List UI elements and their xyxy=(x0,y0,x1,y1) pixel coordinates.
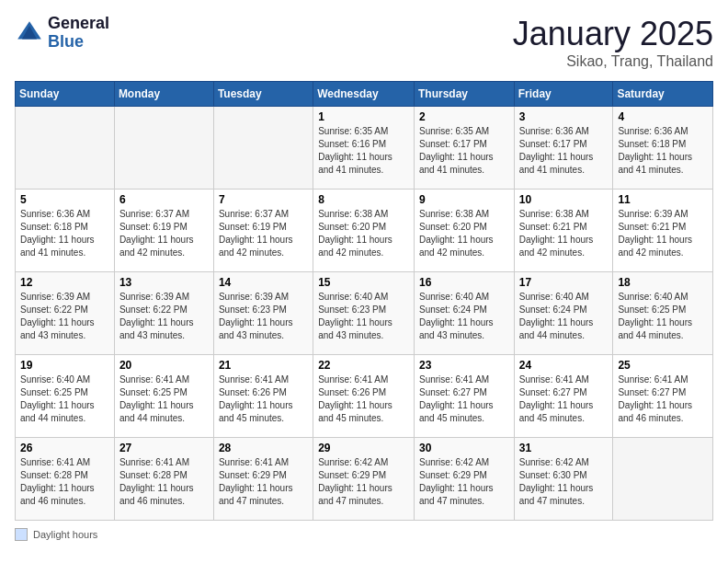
calendar-cell: 11Sunrise: 6:39 AM Sunset: 6:21 PM Dayli… xyxy=(613,190,713,272)
day-info: Sunrise: 6:39 AM Sunset: 6:21 PM Dayligh… xyxy=(618,208,708,259)
day-number: 25 xyxy=(618,359,708,372)
day-info: Sunrise: 6:37 AM Sunset: 6:19 PM Dayligh… xyxy=(219,208,308,259)
day-info: Sunrise: 6:41 AM Sunset: 6:26 PM Dayligh… xyxy=(318,373,409,425)
day-info: Sunrise: 6:40 AM Sunset: 6:23 PM Dayligh… xyxy=(318,291,409,342)
month-title: January 2025 xyxy=(513,15,713,53)
day-info: Sunrise: 6:40 AM Sunset: 6:25 PM Dayligh… xyxy=(20,373,109,425)
logo-general: General xyxy=(48,15,109,33)
day-number: 22 xyxy=(318,359,409,372)
calendar-cell: 13Sunrise: 6:39 AM Sunset: 6:22 PM Dayli… xyxy=(114,272,213,355)
day-number: 16 xyxy=(419,276,509,289)
calendar-cell: 14Sunrise: 6:39 AM Sunset: 6:23 PM Dayli… xyxy=(213,272,313,355)
calendar-cell: 31Sunrise: 6:42 AM Sunset: 6:30 PM Dayli… xyxy=(514,438,613,521)
day-info: Sunrise: 6:40 AM Sunset: 6:24 PM Dayligh… xyxy=(519,291,609,342)
day-number: 5 xyxy=(20,193,109,206)
day-info: Sunrise: 6:40 AM Sunset: 6:25 PM Dayligh… xyxy=(618,291,708,342)
day-info: Sunrise: 6:39 AM Sunset: 6:22 PM Dayligh… xyxy=(119,291,209,342)
day-info: Sunrise: 6:36 AM Sunset: 6:17 PM Dayligh… xyxy=(519,125,609,177)
calendar-cell: 29Sunrise: 6:42 AM Sunset: 6:29 PM Dayli… xyxy=(313,438,415,521)
day-info: Sunrise: 6:35 AM Sunset: 6:16 PM Dayligh… xyxy=(318,125,409,177)
day-info: Sunrise: 6:42 AM Sunset: 6:29 PM Dayligh… xyxy=(318,456,409,508)
column-header-friday: Friday xyxy=(514,82,613,107)
day-number: 27 xyxy=(119,442,209,454)
calendar-cell: 3Sunrise: 6:36 AM Sunset: 6:17 PM Daylig… xyxy=(514,107,613,190)
day-number: 10 xyxy=(519,193,609,206)
day-info: Sunrise: 6:38 AM Sunset: 6:21 PM Dayligh… xyxy=(519,208,609,259)
title-block: January 2025 Sikao, Trang, Thailand xyxy=(513,15,713,70)
calendar-cell: 23Sunrise: 6:41 AM Sunset: 6:27 PM Dayli… xyxy=(414,355,514,438)
day-info: Sunrise: 6:41 AM Sunset: 6:29 PM Dayligh… xyxy=(219,456,308,508)
legend-label: Daylight hours xyxy=(33,529,97,540)
calendar-cell: 30Sunrise: 6:42 AM Sunset: 6:29 PM Dayli… xyxy=(414,438,514,521)
calendar-cell xyxy=(613,438,713,521)
logo: General Blue xyxy=(15,15,109,52)
day-number: 23 xyxy=(419,359,509,372)
legend-box xyxy=(15,528,28,541)
day-number: 3 xyxy=(519,110,609,123)
calendar-cell: 24Sunrise: 6:41 AM Sunset: 6:27 PM Dayli… xyxy=(514,355,613,438)
column-header-saturday: Saturday xyxy=(613,82,713,107)
day-info: Sunrise: 6:39 AM Sunset: 6:22 PM Dayligh… xyxy=(20,291,109,342)
day-info: Sunrise: 6:37 AM Sunset: 6:19 PM Dayligh… xyxy=(119,208,209,259)
day-number: 13 xyxy=(119,276,209,289)
day-info: Sunrise: 6:42 AM Sunset: 6:29 PM Dayligh… xyxy=(419,456,509,508)
column-header-sunday: Sunday xyxy=(16,82,115,107)
day-number: 12 xyxy=(20,276,109,289)
day-info: Sunrise: 6:41 AM Sunset: 6:26 PM Dayligh… xyxy=(219,373,308,425)
day-info: Sunrise: 6:36 AM Sunset: 6:18 PM Dayligh… xyxy=(20,208,109,259)
calendar-cell: 25Sunrise: 6:41 AM Sunset: 6:27 PM Dayli… xyxy=(613,355,713,438)
calendar-week-3: 12Sunrise: 6:39 AM Sunset: 6:22 PM Dayli… xyxy=(16,272,713,355)
day-number: 2 xyxy=(419,110,509,123)
day-number: 8 xyxy=(318,193,409,206)
calendar-cell: 2Sunrise: 6:35 AM Sunset: 6:17 PM Daylig… xyxy=(414,107,514,190)
location-subtitle: Sikao, Trang, Thailand xyxy=(513,53,713,70)
day-number: 1 xyxy=(318,110,409,123)
calendar-cell: 15Sunrise: 6:40 AM Sunset: 6:23 PM Dayli… xyxy=(313,272,415,355)
calendar-cell xyxy=(213,107,313,190)
calendar-cell: 4Sunrise: 6:36 AM Sunset: 6:18 PM Daylig… xyxy=(613,107,713,190)
day-info: Sunrise: 6:38 AM Sunset: 6:20 PM Dayligh… xyxy=(419,208,509,259)
logo-icon xyxy=(15,18,44,48)
day-number: 19 xyxy=(20,359,109,372)
column-header-tuesday: Tuesday xyxy=(213,82,313,107)
calendar-cell xyxy=(114,107,213,190)
day-number: 21 xyxy=(219,359,308,372)
calendar-cell: 27Sunrise: 6:41 AM Sunset: 6:28 PM Dayli… xyxy=(114,438,213,521)
calendar-cell: 8Sunrise: 6:38 AM Sunset: 6:20 PM Daylig… xyxy=(313,190,415,272)
calendar-cell: 6Sunrise: 6:37 AM Sunset: 6:19 PM Daylig… xyxy=(114,190,213,272)
calendar-week-1: 1Sunrise: 6:35 AM Sunset: 6:16 PM Daylig… xyxy=(16,107,713,190)
calendar-cell: 28Sunrise: 6:41 AM Sunset: 6:29 PM Dayli… xyxy=(213,438,313,521)
day-info: Sunrise: 6:41 AM Sunset: 6:27 PM Dayligh… xyxy=(419,373,509,425)
day-number: 24 xyxy=(519,359,609,372)
calendar-week-2: 5Sunrise: 6:36 AM Sunset: 6:18 PM Daylig… xyxy=(16,190,713,272)
day-info: Sunrise: 6:41 AM Sunset: 6:25 PM Dayligh… xyxy=(119,373,209,425)
day-number: 11 xyxy=(618,193,708,206)
day-info: Sunrise: 6:36 AM Sunset: 6:18 PM Dayligh… xyxy=(618,125,708,177)
column-header-monday: Monday xyxy=(114,82,213,107)
calendar-cell: 5Sunrise: 6:36 AM Sunset: 6:18 PM Daylig… xyxy=(16,190,115,272)
calendar-cell: 1Sunrise: 6:35 AM Sunset: 6:16 PM Daylig… xyxy=(313,107,415,190)
day-info: Sunrise: 6:39 AM Sunset: 6:23 PM Dayligh… xyxy=(219,291,308,342)
day-number: 7 xyxy=(219,193,308,206)
day-number: 28 xyxy=(219,442,308,454)
day-info: Sunrise: 6:41 AM Sunset: 6:27 PM Dayligh… xyxy=(519,373,609,425)
day-info: Sunrise: 6:41 AM Sunset: 6:28 PM Dayligh… xyxy=(119,456,209,508)
calendar-cell: 21Sunrise: 6:41 AM Sunset: 6:26 PM Dayli… xyxy=(213,355,313,438)
day-number: 9 xyxy=(419,193,509,206)
calendar-cell: 7Sunrise: 6:37 AM Sunset: 6:19 PM Daylig… xyxy=(213,190,313,272)
column-header-thursday: Thursday xyxy=(414,82,514,107)
day-info: Sunrise: 6:35 AM Sunset: 6:17 PM Dayligh… xyxy=(419,125,509,177)
day-number: 6 xyxy=(119,193,209,206)
calendar-week-4: 19Sunrise: 6:40 AM Sunset: 6:25 PM Dayli… xyxy=(16,355,713,438)
day-info: Sunrise: 6:38 AM Sunset: 6:20 PM Dayligh… xyxy=(318,208,409,259)
day-info: Sunrise: 6:40 AM Sunset: 6:24 PM Dayligh… xyxy=(419,291,509,342)
logo-blue: Blue xyxy=(48,33,109,52)
day-number: 20 xyxy=(119,359,209,372)
day-number: 26 xyxy=(20,442,109,454)
page-header: General Blue January 2025 Sikao, Trang, … xyxy=(15,15,713,70)
day-number: 14 xyxy=(219,276,308,289)
calendar-cell: 26Sunrise: 6:41 AM Sunset: 6:28 PM Dayli… xyxy=(16,438,115,521)
calendar-cell: 18Sunrise: 6:40 AM Sunset: 6:25 PM Dayli… xyxy=(613,272,713,355)
day-number: 29 xyxy=(318,442,409,454)
day-number: 15 xyxy=(318,276,409,289)
